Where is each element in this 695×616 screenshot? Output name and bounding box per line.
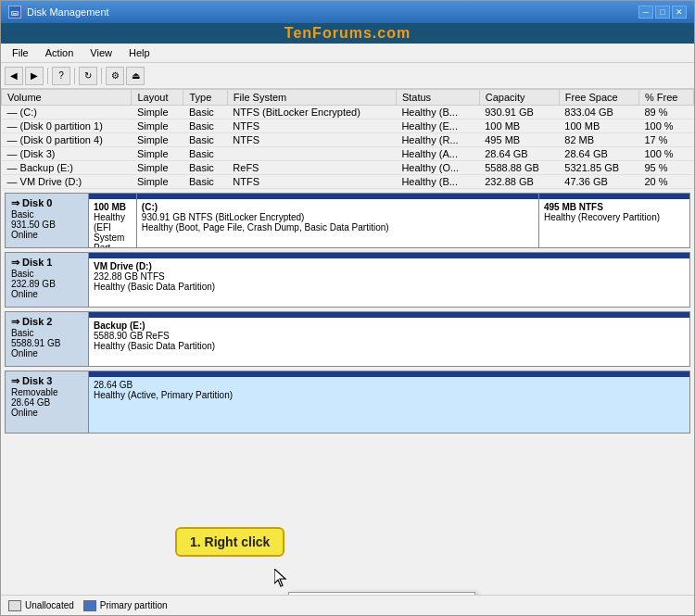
col-volume[interactable]: Volume xyxy=(2,90,132,106)
maximize-button[interactable]: □ xyxy=(655,6,670,19)
refresh-button[interactable]: ↻ xyxy=(79,67,97,85)
col-freespace[interactable]: Free Space xyxy=(559,90,638,106)
table-cell-1-3: NTFS xyxy=(227,119,396,133)
part-0-0-name: 100 MB xyxy=(94,202,132,212)
table-cell-2-4: Healthy (R... xyxy=(396,133,479,147)
disk-1-status: Online xyxy=(11,289,82,299)
table-row-0[interactable]: — (C:)SimpleBasicNTFS (BitLocker Encrypt… xyxy=(2,106,694,119)
partition-3-0[interactable]: 28.64 GB Healthy (Active, Primary Partit… xyxy=(89,371,689,433)
part-0-2-info: Healthy (Recovery Partition) xyxy=(544,212,685,222)
part-3-0-info: 28.64 GB xyxy=(94,380,685,390)
table-cell-0-6: 833.04 GB xyxy=(559,106,638,119)
table-cell-3-5: 28.64 GB xyxy=(479,147,559,161)
partition-0-2[interactable]: 495 MB NTFS Healthy (Recovery Partition) xyxy=(539,194,689,247)
table-row-4[interactable]: — Backup (E:)SimpleBasicReFSHealthy (O..… xyxy=(2,161,694,175)
part-2-0-info2: Healthy (Basic Data Partition) xyxy=(94,341,685,351)
cm-open[interactable]: Open xyxy=(289,593,474,595)
volume-table: Volume Layout Type File System Status Ca… xyxy=(1,89,694,189)
table-cell-5-5: 232.88 GB xyxy=(479,175,559,189)
table-cell-3-3 xyxy=(227,147,396,161)
table-cell-4-7: 95 % xyxy=(638,161,693,175)
disk-0-name: ⇒ Disk 0 xyxy=(11,197,82,209)
table-cell-2-1: Simple xyxy=(132,133,183,147)
partition-0-0[interactable]: 100 MB Healthy (EFI System Part xyxy=(89,194,137,247)
table-row-1[interactable]: — (Disk 0 partition 1)SimpleBasicNTFSHea… xyxy=(2,119,694,133)
window-title: Disk Management xyxy=(27,6,109,18)
disk-2-partitions: Backup (E:) 5588.90 GB ReFS Healthy (Bas… xyxy=(89,312,689,366)
mouse-cursor xyxy=(274,569,287,587)
toolbar-separator2 xyxy=(74,68,75,84)
col-capacity[interactable]: Capacity xyxy=(479,90,559,106)
part-0-1-info: 930.91 GB NTFS (BitLocker Encrypted) xyxy=(142,212,534,222)
table-cell-1-1: Simple xyxy=(132,119,183,133)
table-cell-1-7: 100 % xyxy=(638,119,693,133)
table-cell-2-6: 82 MB xyxy=(559,133,638,147)
menu-action[interactable]: Action xyxy=(38,45,82,60)
status-bar: Unallocated Primary partition xyxy=(1,595,694,615)
table-cell-1-4: Healthy (E... xyxy=(396,119,479,133)
legend-unallocated: Unallocated xyxy=(8,600,74,611)
table-cell-4-1: Simple xyxy=(132,161,183,175)
help-toolbar-button[interactable]: ? xyxy=(52,67,70,85)
col-type[interactable]: Type xyxy=(183,90,227,106)
table-cell-2-0: — (Disk 0 partition 4) xyxy=(2,133,132,147)
context-menu[interactable]: Open Explore Mark Partition as Active Ch… xyxy=(288,592,475,595)
disk-3-name: ⇒ Disk 3 xyxy=(11,375,82,387)
disk-visual-area: ⇒ Disk 0 Basic 931.50 GB Online 100 MB H… xyxy=(1,189,694,595)
disk-0-size: 931.50 GB xyxy=(11,220,82,230)
part-2-0-info: 5588.90 GB ReFS xyxy=(94,331,685,341)
menu-help[interactable]: Help xyxy=(121,45,158,60)
col-layout[interactable]: Layout xyxy=(132,90,183,106)
col-pctfree[interactable]: % Free xyxy=(638,90,693,106)
table-row-3[interactable]: — (Disk 3)SimpleBasicHealthy (A...28.64 … xyxy=(2,147,694,161)
table-cell-3-0: — (Disk 3) xyxy=(2,147,132,161)
disk-1-size: 232.89 GB xyxy=(11,279,82,289)
disk-3-partitions: 28.64 GB Healthy (Active, Primary Partit… xyxy=(89,371,689,433)
back-button[interactable]: ◀ xyxy=(5,67,23,85)
properties-button[interactable]: ⚙ xyxy=(106,67,124,85)
table-row-5[interactable]: — VM Drive (D:)SimpleBasicNTFSHealthy (B… xyxy=(2,175,694,189)
col-filesystem[interactable]: File System xyxy=(227,90,396,106)
disk-label-2: ⇒ Disk 2 Basic 5588.91 GB Online xyxy=(6,312,89,366)
menu-view[interactable]: View xyxy=(82,45,120,60)
part-0-2-name: 495 MB NTFS xyxy=(544,202,685,212)
disk-row-3: ⇒ Disk 3 Removable 28.64 GB Online 28.64… xyxy=(5,371,690,434)
table-cell-1-2: Basic xyxy=(183,119,227,133)
table-row-2[interactable]: — (Disk 0 partition 4)SimpleBasicNTFSHea… xyxy=(2,133,694,147)
title-bar-controls: ─ □ ✕ xyxy=(638,6,687,19)
toolbar: ◀ ▶ ? ↻ ⚙ ⏏ xyxy=(1,63,694,89)
disk-3-type: Removable xyxy=(11,387,82,397)
col-status[interactable]: Status xyxy=(396,90,479,106)
table-cell-0-4: Healthy (B... xyxy=(396,106,479,119)
partition-2-0[interactable]: Backup (E:) 5588.90 GB ReFS Healthy (Bas… xyxy=(89,312,689,366)
minimize-button[interactable]: ─ xyxy=(638,6,653,19)
close-button[interactable]: ✕ xyxy=(672,6,687,19)
partition-1-0[interactable]: VM Drive (D:) 232.88 GB NTFS Healthy (Ba… xyxy=(89,253,689,307)
disk-1-name: ⇒ Disk 1 xyxy=(11,257,82,269)
table-cell-0-5: 930.91 GB xyxy=(479,106,559,119)
callout-1-text: 1. Right click xyxy=(190,534,270,549)
disk-label-3: ⇒ Disk 3 Removable 28.64 GB Online xyxy=(6,371,89,433)
disk-label-1: ⇒ Disk 1 Basic 232.89 GB Online xyxy=(6,253,89,307)
forward-button[interactable]: ▶ xyxy=(25,67,44,85)
part-1-0-info2: Healthy (Basic Data Partition) xyxy=(94,282,685,292)
menu-file[interactable]: File xyxy=(5,45,36,60)
legend-unallocated-label: Unallocated xyxy=(25,600,74,610)
disk-1-partitions: VM Drive (D:) 232.88 GB NTFS Healthy (Ba… xyxy=(89,253,689,307)
toolbar-separator xyxy=(47,68,48,84)
table-cell-4-4: Healthy (O... xyxy=(396,161,479,175)
table-cell-1-6: 100 MB xyxy=(559,119,638,133)
callout-1: 1. Right click xyxy=(175,527,284,557)
table-cell-5-4: Healthy (B... xyxy=(396,175,479,189)
legend-primary-box xyxy=(83,600,96,611)
part-2-0-name: Backup (E:) xyxy=(94,321,685,331)
table-cell-2-2: Basic xyxy=(183,133,227,147)
table-cell-4-6: 5321.85 GB xyxy=(559,161,638,175)
site-banner: TenForums.com xyxy=(1,23,694,44)
app-icon: 🖴 xyxy=(8,6,21,19)
eject-button[interactable]: ⏏ xyxy=(126,67,145,85)
table-cell-1-5: 100 MB xyxy=(479,119,559,133)
disk-management-window: 🖴 Disk Management ─ □ ✕ TenForums.com Fi… xyxy=(0,0,695,616)
part-1-0-name: VM Drive (D:) xyxy=(94,261,685,271)
partition-0-1[interactable]: (C:) 930.91 GB NTFS (BitLocker Encrypted… xyxy=(137,194,539,247)
